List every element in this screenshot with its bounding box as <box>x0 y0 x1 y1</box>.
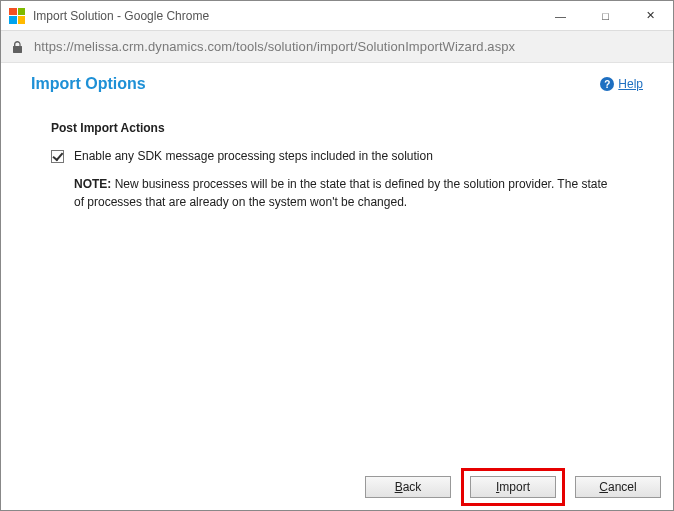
window-maximize-button[interactable]: □ <box>583 1 628 31</box>
chrome-app-icon <box>9 8 25 24</box>
note-text: New business processes will be in the st… <box>74 177 607 209</box>
help-link[interactable]: ? Help <box>600 77 643 91</box>
back-button[interactable]: Back <box>365 476 451 498</box>
import-button-highlight: Import <box>461 468 565 506</box>
wizard-content: Import Options ? Help Post Import Action… <box>1 63 673 510</box>
window-titlebar: Import Solution - Google Chrome — □ ✕ <box>1 1 673 31</box>
enable-sdk-steps-label: Enable any SDK message processing steps … <box>74 149 433 163</box>
window-close-button[interactable]: ✕ <box>628 1 673 31</box>
wizard-footer: Back Import Cancel <box>1 464 673 510</box>
page-title: Import Options <box>31 75 146 93</box>
window-minimize-button[interactable]: — <box>538 1 583 31</box>
enable-sdk-steps-row: Enable any SDK message processing steps … <box>51 149 643 163</box>
help-label: Help <box>618 77 643 91</box>
section-heading: Post Import Actions <box>51 121 643 135</box>
cancel-button[interactable]: Cancel <box>575 476 661 498</box>
chrome-window: Import Solution - Google Chrome — □ ✕ ht… <box>0 0 674 511</box>
page-header: Import Options ? Help <box>31 75 643 93</box>
address-bar: https://melissa.crm.dynamics.com/tools/s… <box>1 31 673 63</box>
url-text[interactable]: https://melissa.crm.dynamics.com/tools/s… <box>34 39 515 54</box>
note-label: NOTE: <box>74 177 111 191</box>
help-icon: ? <box>600 77 614 91</box>
enable-sdk-steps-checkbox[interactable] <box>51 150 64 163</box>
lock-icon <box>11 40 24 54</box>
note-block: NOTE: New business processes will be in … <box>51 175 611 211</box>
post-import-actions-section: Post Import Actions Enable any SDK messa… <box>31 121 643 211</box>
import-button[interactable]: Import <box>470 476 556 498</box>
window-title: Import Solution - Google Chrome <box>33 9 209 23</box>
